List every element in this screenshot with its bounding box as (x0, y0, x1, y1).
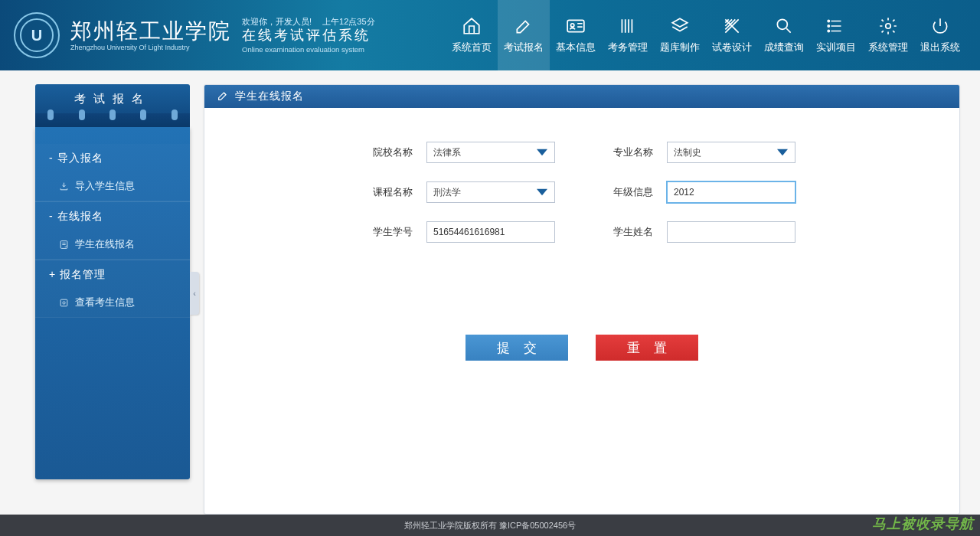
brand-title-en: Zhengzhou University Of Light Industry (70, 44, 231, 52)
course-value: 刑法学 (433, 186, 536, 199)
page-footer: 郑州轻工业学院版权所有 豫ICP备05002456号 (0, 515, 980, 536)
home-icon (462, 16, 482, 36)
major-select[interactable]: 法制史 (667, 142, 795, 163)
sidebar-link-form[interactable]: 学生在线报名 (35, 230, 190, 260)
svg-rect-8 (60, 299, 67, 306)
svg-point-4 (828, 25, 829, 27)
university-emblem: U (14, 12, 60, 58)
books-icon (618, 16, 638, 36)
form-icon (58, 239, 69, 250)
chevron-left-icon: ‹ (193, 289, 196, 298)
student-id-field[interactable] (433, 222, 548, 242)
sidebar-link-label: 导入学生信息 (75, 179, 135, 193)
nav-item-label: 基本信息 (556, 41, 596, 54)
student-id-label: 学生学号 (368, 225, 413, 239)
student-name-field[interactable] (674, 222, 789, 242)
nav-item-layers[interactable]: 题库制作 (654, 0, 706, 70)
school-value: 法律系 (433, 146, 536, 159)
chevron-down-icon (536, 186, 548, 198)
nav-item-label: 退出系统 (920, 41, 960, 54)
svg-point-3 (828, 20, 829, 21)
registration-form: 院校名称 法律系 专业名称 法制史 课程名称 刑法学 (338, 108, 826, 258)
layers-icon (670, 16, 690, 36)
import-icon (58, 181, 69, 191)
app-header: U 郑州轻工业学院 Zhengzhou University Of Light … (0, 0, 980, 70)
chevron-down-icon (776, 146, 789, 159)
id-card-icon (566, 16, 586, 36)
nav-item-home[interactable]: 系统首页 (446, 0, 498, 70)
grade-input[interactable] (667, 181, 795, 203)
content-panel: 学生在线报名 院校名称 法律系 专业名称 法制史 课程名称 (204, 84, 960, 515)
svg-point-9 (62, 301, 64, 303)
grade-label: 年级信息 (609, 185, 653, 199)
system-block: 欢迎你，开发人员! 上午12点35分 在线考试评估系统 Online exami… (242, 16, 375, 54)
nav-item-label: 题库制作 (660, 41, 700, 54)
sidebar-group-header[interactable]: + 报名管理 (35, 260, 190, 288)
brand-block: 郑州轻工业学院 Zhengzhou University Of Light In… (70, 18, 231, 52)
ruler-icon (722, 16, 742, 36)
sidebar-panel: - 导入报名导入学生信息- 在线报名学生在线报名+ 报名管理查看考生信息 (35, 127, 190, 479)
nav-item-label: 考试报名 (504, 41, 544, 54)
school-select[interactable]: 法律系 (426, 142, 555, 163)
panel-title: 学生在线报名 (235, 90, 304, 103)
reset-button[interactable]: 重置 (596, 335, 698, 361)
sidebar-collapse-handle[interactable]: ‹ (190, 272, 199, 315)
nav-item-ruler[interactable]: 试卷设计 (706, 0, 758, 70)
chevron-down-icon (536, 146, 548, 159)
welcome-text: 欢迎你，开发人员! (242, 16, 312, 27)
edit-icon (514, 16, 534, 36)
sidebar: 考试报名 - 导入报名导入学生信息- 在线报名学生在线报名+ 报名管理查看考生信… (35, 84, 190, 515)
form-actions: 提交 重置 (204, 335, 959, 361)
svg-rect-0 (567, 20, 584, 31)
sidebar-link-label: 查看考生信息 (75, 296, 135, 309)
student-name-label: 学生姓名 (609, 225, 653, 239)
student-id-input[interactable] (426, 221, 555, 243)
major-value: 法制史 (674, 146, 776, 159)
course-select[interactable]: 刑法学 (426, 181, 555, 203)
major-label: 专业名称 (609, 145, 653, 159)
system-title-zh: 在线考试评估系统 (242, 27, 375, 44)
emblem-letter: U (20, 18, 54, 52)
svg-point-6 (886, 24, 891, 29)
sidebar-link-label: 学生在线报名 (75, 237, 135, 251)
nav-item-gear[interactable]: 系统管理 (862, 0, 914, 70)
nav-item-search[interactable]: 成绩查询 (758, 0, 810, 70)
svg-point-1 (571, 24, 574, 27)
sidebar-group-header[interactable]: - 导入报名 (35, 144, 190, 172)
footer-text: 郑州轻工业学院版权所有 豫ICP备05002456号 (404, 520, 576, 531)
top-nav: 系统首页考试报名基本信息考务管理题库制作试卷设计成绩查询实训项目系统管理退出系统 (446, 0, 966, 70)
submit-button[interactable]: 提交 (466, 335, 568, 361)
svg-point-2 (777, 19, 787, 29)
sidebar-group-header[interactable]: - 在线报名 (35, 201, 190, 230)
nav-item-power[interactable]: 退出系统 (914, 0, 966, 70)
nav-item-label: 成绩查询 (764, 41, 804, 54)
watermark-text: 马上被收录导航 (872, 515, 974, 533)
school-label: 院校名称 (368, 145, 413, 159)
panel-header: 学生在线报名 (204, 85, 959, 108)
view-icon (58, 297, 69, 308)
sidebar-link-import[interactable]: 导入学生信息 (35, 172, 190, 201)
grade-input-field[interactable] (674, 182, 789, 202)
nav-item-books[interactable]: 考务管理 (602, 0, 654, 70)
nav-item-label: 试卷设计 (712, 41, 752, 54)
nav-item-list[interactable]: 实训项目 (810, 0, 862, 70)
nav-item-id-card[interactable]: 基本信息 (550, 0, 602, 70)
nav-item-label: 实训项目 (816, 41, 856, 54)
gear-icon (878, 16, 898, 36)
search-icon (774, 16, 794, 36)
edit-icon (217, 90, 229, 104)
sidebar-binder-rings (35, 113, 190, 127)
nav-item-label: 系统管理 (868, 41, 908, 54)
sidebar-link-view[interactable]: 查看考生信息 (35, 288, 190, 318)
nav-item-label: 考务管理 (608, 41, 648, 54)
nav-item-edit[interactable]: 考试报名 (498, 0, 550, 70)
svg-point-5 (828, 30, 829, 31)
course-label: 课程名称 (368, 185, 413, 199)
student-name-input[interactable] (667, 221, 795, 243)
power-icon (930, 16, 950, 36)
nav-item-label: 系统首页 (452, 41, 492, 54)
header-time: 上午12点35分 (322, 16, 374, 27)
brand-title-zh: 郑州轻工业学院 (70, 18, 231, 44)
list-icon (826, 16, 846, 36)
system-title-en: Online examination evaluation system (242, 45, 375, 54)
